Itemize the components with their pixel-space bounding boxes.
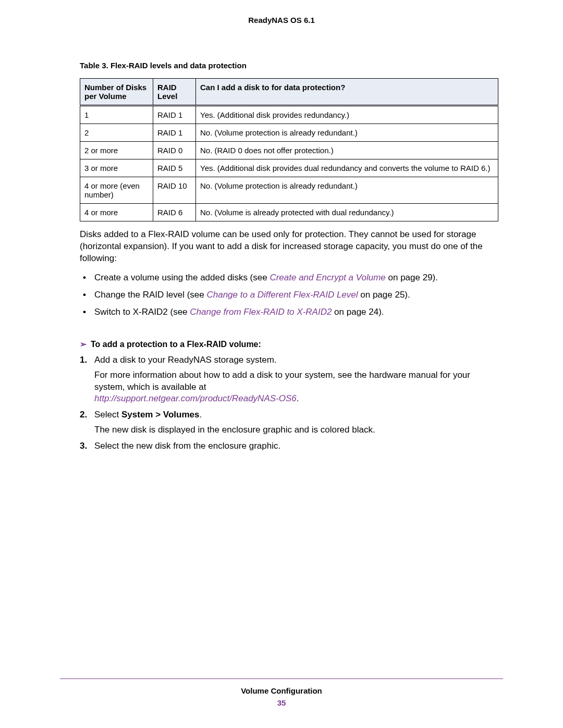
cell-desc: No. (Volume protection is already redund… [196,124,498,142]
page-footer: Volume Configuration 35 [60,678,503,707]
step-text-post: . [199,410,202,419]
cell-raid: RAID 5 [153,159,196,177]
bullet-text-pre: Change the RAID level (see [94,290,206,300]
cell-disks: 1 [80,106,153,124]
bullet-list: Create a volume using the added disks (s… [80,272,503,318]
table-caption: Table 3. Flex-RAID levels and data prote… [80,61,503,70]
cell-desc: No. (Volume protection is already redund… [196,177,498,204]
arrow-icon: ➢ [80,340,87,349]
step-item: 3. Select the new disk from the enclosur… [80,440,503,452]
step-subtext: The new disk is displayed in the enclosu… [94,424,503,436]
cell-disks: 4 or more [80,204,153,221]
bullet-text-pre: Switch to X-RAID2 (see [94,307,190,317]
procedure-steps: 1. Add a disk to your ReadyNAS storage s… [80,354,503,453]
table-row: 1 RAID 1 Yes. (Additional disk provides … [80,106,498,124]
footer-rule [60,678,503,679]
cell-disks: 2 [80,124,153,142]
th-desc: Can I add a disk to for data protection? [196,79,498,106]
cell-raid: RAID 10 [153,177,196,204]
cell-disks: 3 or more [80,159,153,177]
raid-table: Number of Disks per Volume RAID Level Ca… [80,78,498,221]
step-number: 3. [80,440,87,452]
cell-disks: 2 or more [80,142,153,159]
link-support-url[interactable]: http://support.netgear.com/product/Ready… [94,393,297,403]
cell-desc: Yes. (Additional disk provides redundanc… [196,106,498,124]
list-item: Switch to X-RAID2 (see Change from Flex-… [80,306,503,318]
step-item: 2. Select System > Volumes. The new disk… [80,409,503,436]
step-text-pre: Select [94,410,121,419]
table-row: 4 or more (even number) RAID 10 No. (Vol… [80,177,498,204]
step-text: Select the new disk from the enclosure g… [94,441,280,451]
link-change-xraid[interactable]: Change from Flex-RAID to X-RAID2 [190,307,332,317]
step-bold: System > Volumes [121,410,199,419]
cell-desc: No. (Volume is already protected with du… [196,204,498,221]
table-row: 2 or more RAID 0 No. (RAID 0 does not of… [80,142,498,159]
cell-raid: RAID 6 [153,204,196,221]
table-row: 2 RAID 1 No. (Volume protection is alrea… [80,124,498,142]
document-page: ReadyNAS OS 6.1 Table 3. Flex-RAID level… [0,0,563,452]
step-sub-pre: For more information about how to add a … [94,370,470,392]
list-item: Create a volume using the added disks (s… [80,272,503,284]
cell-desc: No. (RAID 0 does not offer protection.) [196,142,498,159]
link-change-raid[interactable]: Change to a Different Flex-RAID Level [206,290,358,300]
footer-title: Volume Configuration [60,686,503,695]
link-create-encrypt[interactable]: Create and Encrypt a Volume [270,273,385,282]
bullet-text-post: on page 25). [358,290,410,300]
paragraph: Disks added to a Flex-RAID volume can be… [80,229,503,265]
document-header: ReadyNAS OS 6.1 [60,16,503,24]
step-subtext: For more information about how to add a … [94,369,503,405]
table-row: 4 or more RAID 6 No. (Volume is already … [80,204,498,221]
cell-disks: 4 or more (even number) [80,177,153,204]
table-header-row: Number of Disks per Volume RAID Level Ca… [80,79,498,106]
table-row: 3 or more RAID 5 Yes. (Additional disk p… [80,159,498,177]
cell-raid: RAID 0 [153,142,196,159]
list-item: Change the RAID level (see Change to a D… [80,289,503,301]
cell-raid: RAID 1 [153,124,196,142]
cell-raid: RAID 1 [153,106,196,124]
procedure-heading: ➢To add a protection to a Flex-RAID volu… [80,339,503,349]
th-raid: RAID Level [153,79,196,106]
step-text: Add a disk to your ReadyNAS storage syst… [94,355,277,365]
bullet-text-pre: Create a volume using the added disks (s… [94,273,270,282]
step-number: 2. [80,409,87,421]
bullet-text-post: on page 29). [386,273,438,282]
procedure-title: To add a protection to a Flex-RAID volum… [91,340,261,349]
step-number: 1. [80,354,87,366]
bullet-text-post: on page 24). [332,307,384,317]
period: . [297,393,299,403]
th-disks: Number of Disks per Volume [80,79,153,106]
cell-desc: Yes. (Additional disk provides dual redu… [196,159,498,177]
step-item: 1. Add a disk to your ReadyNAS storage s… [80,354,503,405]
footer-page-number: 35 [60,698,503,707]
